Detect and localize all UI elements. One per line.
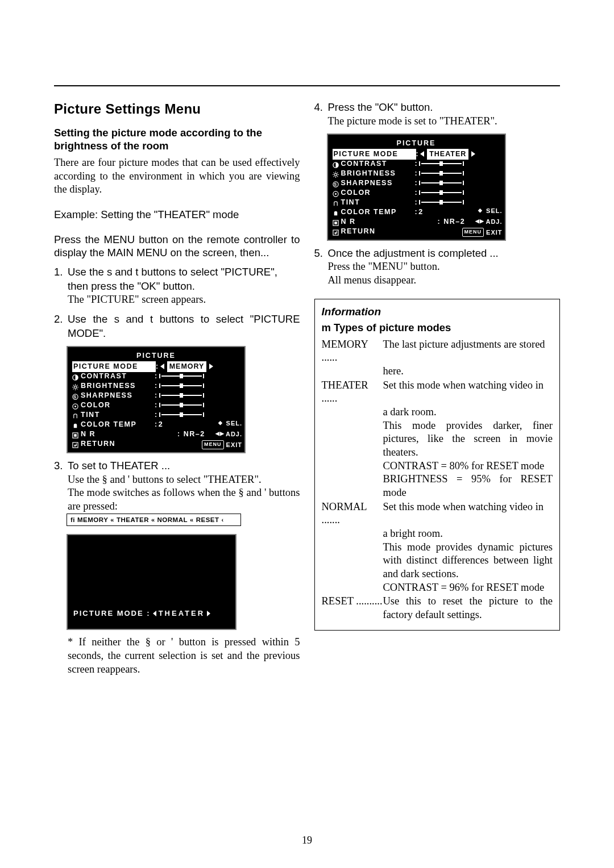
intro-bold: Setting the picture mode according to th… — [54, 126, 300, 153]
step-4-b: The picture mode is set to "THEATER". — [328, 115, 497, 127]
osd-picture-memory: PICTURE PICTURE MODE : MEMORY CONTRAST: … — [67, 346, 246, 453]
step-3-note: * If neither the § or ' button is presse… — [54, 636, 300, 676]
contrast-icon — [72, 373, 78, 379]
step-3-a: Use the § and ' buttons to select "THEAT… — [68, 474, 262, 485]
sharpness-icon: S — [333, 180, 339, 186]
page-number: 19 — [0, 834, 614, 846]
menu-badge-icon: MENU — [202, 440, 224, 449]
step-3: 3. To set to THEATER ... Use the § and '… — [54, 459, 300, 514]
svg-rect-32 — [334, 222, 337, 224]
theater-preview: PICTURE MODE : THEATER — [67, 534, 237, 630]
step-5-b: Press the "MENU" button. — [328, 261, 440, 272]
nr-icon — [72, 431, 78, 437]
svg-line-24 — [337, 176, 338, 177]
svg-line-26 — [333, 176, 334, 177]
svg-line-23 — [333, 172, 334, 173]
updown-icon: ◆ — [217, 420, 224, 426]
osd-mode-value: MEMORY — [167, 361, 207, 372]
svg-rect-15 — [74, 434, 77, 437]
info-sub: m Types of picture modes — [322, 321, 553, 335]
tint-icon — [72, 412, 78, 418]
osd2-hints: ◆SEL. ◀▶ADJ. MENUEXIT — [462, 206, 503, 237]
step-3-head: To set to THEATER ... — [68, 460, 170, 471]
tint-icon — [333, 199, 339, 206]
colortemp-icon — [72, 422, 78, 428]
svg-text:S: S — [334, 182, 337, 187]
step-3-b: The mode switches as follows when the § … — [68, 486, 300, 513]
step-2: 2. Use the s and t buttons to select "PI… — [54, 312, 300, 340]
svg-point-30 — [335, 193, 337, 195]
return-icon — [333, 228, 339, 235]
return-icon — [72, 441, 78, 447]
osd-picture-theater: PICTURE PICTURE MODE : THEATER CONTRAST:… — [327, 133, 506, 240]
step-1-line-a: Use the s and t buttons to select "PICTU… — [68, 266, 277, 292]
svg-text:S: S — [73, 394, 77, 399]
step-1-line-b: The "PICTURE" screen appears. — [68, 294, 206, 305]
colortemp-icon — [333, 209, 339, 215]
svg-point-18 — [334, 173, 337, 176]
color-icon — [333, 190, 339, 196]
contrast-icon — [333, 161, 339, 167]
osd2-row-picture-mode: PICTURE MODE : THEATER — [333, 149, 500, 159]
columns: Picture Settings Menu Setting the pictur… — [54, 101, 560, 676]
svg-line-7 — [77, 389, 77, 389]
step-1: 1. Use the s and t buttons to select "PI… — [54, 265, 300, 307]
svg-line-9 — [73, 389, 74, 389]
nr-icon — [333, 219, 339, 225]
modes-list: MEMORY ......The last picture adjustment… — [322, 338, 553, 622]
svg-line-6 — [73, 385, 74, 385]
sharpness-icon: S — [72, 393, 78, 399]
osd-row-picture-mode: PICTURE MODE : MEMORY — [72, 362, 240, 372]
step-4-a: Press the "OK" button. — [328, 101, 433, 113]
theater-band: PICTURE MODE : THEATER — [68, 608, 235, 619]
brightness-icon — [333, 170, 339, 177]
menu-badge-icon: MENU — [462, 228, 484, 237]
step-2-text: Use the s and t buttons to select "PICTU… — [68, 313, 300, 339]
information-box: Information m Types of picture modes MEM… — [314, 299, 561, 631]
step-5: 5. Once the adjustment is completed ... … — [314, 247, 561, 287]
svg-point-13 — [74, 406, 76, 407]
svg-line-25 — [337, 172, 338, 173]
leftright-icon: ◀▶ — [217, 431, 223, 437]
step-5-c: All menus disappear. — [328, 274, 417, 286]
press-menu: Press the MENU button on the remote cont… — [54, 233, 300, 260]
info-heading: Information — [322, 305, 553, 319]
svg-rect-16 — [73, 443, 78, 448]
osd-hints: ◆SEL. ◀▶ADJ. MENUEXIT — [202, 419, 242, 450]
svg-rect-33 — [333, 230, 338, 235]
leftright-icon: ◀▶ — [476, 219, 483, 224]
osd-title: PICTURE — [72, 350, 240, 361]
section-heading: Picture Settings Menu — [54, 101, 300, 118]
page: Picture Settings Menu Setting the pictur… — [0, 0, 614, 868]
right-column: 4. Press the "OK" button. The picture mo… — [314, 101, 561, 676]
top-rule — [54, 85, 560, 86]
left-column: Picture Settings Menu Setting the pictur… — [54, 101, 300, 676]
mode-cycle: fi MEMORY« THEATER« NORMAL« RESET‹ — [67, 514, 241, 527]
color-icon — [72, 402, 78, 408]
svg-line-8 — [77, 385, 77, 385]
step-5-a: Once the adjustment is completed ... — [328, 247, 499, 259]
example-line: Example: Setting the "THEATER" mode — [54, 208, 300, 222]
brightness-icon — [72, 383, 78, 389]
updown-icon: ◆ — [477, 208, 484, 214]
svg-point-1 — [74, 386, 76, 388]
intro-body: There are four picture modes that can be… — [54, 156, 300, 197]
step-4: 4. Press the "OK" button. The picture mo… — [314, 101, 561, 128]
